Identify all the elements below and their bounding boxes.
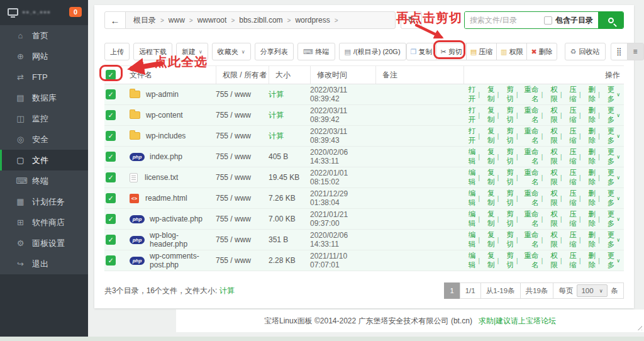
action-link[interactable]: 打开 bbox=[464, 126, 475, 145]
action-link[interactable]: 剪切 bbox=[501, 189, 513, 208]
action-link[interactable]: 删除 bbox=[584, 168, 596, 187]
action-link[interactable]: 重命名 bbox=[520, 126, 538, 145]
breadcrumb-item-4[interactable]: wordpress bbox=[295, 16, 330, 25]
row-checkbox[interactable]: ✓ bbox=[106, 89, 116, 99]
action-link[interactable]: 剪切 bbox=[501, 230, 513, 249]
action-link[interactable]: 删除 bbox=[584, 189, 596, 208]
row-checkbox[interactable]: ✓ bbox=[106, 235, 116, 245]
action-link[interactable]: 更多 bbox=[602, 230, 614, 249]
table-row[interactable]: ✓ wp-content 755 / www 计算 2022/03/11 08:… bbox=[104, 105, 624, 126]
pagination-button-2[interactable]: 从1-19条 bbox=[480, 282, 521, 299]
sidebar-item-monitor[interactable]: ◫ 监控 bbox=[0, 108, 88, 129]
row-checkbox[interactable]: ✓ bbox=[106, 193, 116, 203]
action-link[interactable]: 复制 bbox=[482, 106, 494, 125]
file-name[interactable]: wp-activate.php bbox=[150, 215, 203, 223]
toolbar-perms-button[interactable]: ▥权限 bbox=[496, 43, 527, 60]
file-size[interactable]: 计算 bbox=[269, 105, 310, 125]
file-name[interactable]: license.txt bbox=[145, 173, 178, 182]
action-link[interactable]: 压缩 bbox=[564, 106, 576, 125]
action-link[interactable]: 复制 bbox=[482, 85, 494, 104]
toolbar-disk-root-button[interactable]: ▤/(根目录) (20G) bbox=[339, 43, 406, 60]
breadcrumb-item-0[interactable]: 根目录 bbox=[133, 15, 156, 26]
table-row[interactable]: ✓ phpwp-blog-header.php 755 / www 351 B … bbox=[104, 230, 624, 250]
notification-badge[interactable]: 0 bbox=[69, 7, 82, 17]
action-link[interactable]: 复制 bbox=[482, 189, 494, 208]
action-link[interactable]: 更多 bbox=[602, 189, 614, 208]
action-link[interactable]: 重命名 bbox=[520, 210, 538, 228]
toolbar-favorites-button[interactable]: 收藏夹∨ bbox=[212, 43, 251, 60]
action-link[interactable]: 重命名 bbox=[520, 251, 538, 270]
row-checkbox[interactable]: ✓ bbox=[106, 172, 116, 182]
action-link[interactable]: 重命名 bbox=[520, 230, 538, 249]
action-link[interactable]: 压缩 bbox=[564, 189, 576, 208]
action-link[interactable]: 剪切 bbox=[501, 106, 513, 125]
action-link[interactable]: 编辑 bbox=[464, 147, 475, 166]
row-checkbox[interactable]: ✓ bbox=[106, 214, 116, 224]
breadcrumb-item-3[interactable]: bbs.zibll.com bbox=[239, 16, 282, 25]
action-link[interactable]: 重命名 bbox=[520, 189, 538, 208]
pagination-button-3[interactable]: 共19条 bbox=[520, 282, 554, 299]
footer-forum-link[interactable]: 求助|建议请上宝塔论坛 bbox=[479, 316, 556, 327]
action-link[interactable]: 编辑 bbox=[464, 210, 475, 228]
action-link[interactable]: 更多 bbox=[602, 168, 614, 187]
subdir-checkbox[interactable] bbox=[544, 16, 552, 25]
action-link[interactable]: 压缩 bbox=[564, 251, 576, 270]
sidebar-item-security[interactable]: ◎ 安全 bbox=[0, 129, 88, 150]
header-size[interactable]: 大小 bbox=[269, 66, 310, 84]
action-link[interactable]: 权限 bbox=[545, 210, 557, 228]
list-view-button[interactable]: ≡ bbox=[627, 43, 644, 60]
action-link[interactable]: 复制 bbox=[482, 251, 494, 270]
action-link[interactable]: 剪切 bbox=[501, 85, 513, 104]
sidebar-item-ftp[interactable]: ⇄ FTP bbox=[0, 67, 88, 87]
action-link[interactable]: 重命名 bbox=[520, 168, 538, 187]
sidebar-item-database[interactable]: ▤ 数据库 bbox=[0, 87, 88, 108]
action-link[interactable]: 权限 bbox=[545, 251, 557, 270]
action-link[interactable]: 权限 bbox=[545, 168, 557, 187]
toolbar-cut-button[interactable]: ✂剪切 bbox=[436, 43, 466, 60]
action-link[interactable]: 删除 bbox=[584, 210, 596, 228]
table-row[interactable]: ✓ phpwp-activate.php 755 / www 7.00 KB 2… bbox=[104, 209, 624, 230]
row-checkbox[interactable]: ✓ bbox=[106, 152, 116, 162]
action-link[interactable]: 权限 bbox=[545, 189, 557, 208]
toolbar-remote-download-button[interactable]: 远程下载 bbox=[133, 43, 172, 60]
row-checkbox[interactable]: ✓ bbox=[106, 131, 116, 141]
action-link[interactable]: 打开 bbox=[464, 106, 475, 125]
action-link[interactable]: 删除 bbox=[584, 85, 596, 104]
sidebar-item-files[interactable]: ▢ 文件 bbox=[0, 150, 88, 170]
action-link[interactable]: 删除 bbox=[584, 251, 596, 270]
include-subdir-option[interactable]: 包含子目录 bbox=[539, 15, 598, 26]
action-link[interactable]: 编辑 bbox=[464, 168, 475, 187]
action-link[interactable]: 删除 bbox=[584, 106, 596, 125]
pagination-button-1[interactable]: 1/1 bbox=[460, 282, 481, 299]
row-checkbox[interactable]: ✓ bbox=[106, 255, 116, 266]
action-link[interactable]: 权限 bbox=[545, 85, 557, 104]
action-link[interactable]: 权限 bbox=[545, 230, 557, 249]
toolbar-delete-button[interactable]: ✖删除 bbox=[526, 43, 557, 60]
action-link[interactable]: 删除 bbox=[584, 230, 596, 249]
action-link[interactable]: 更多 bbox=[602, 126, 614, 145]
table-row[interactable]: ✓ license.txt 755 / www 19.45 KB 2022/01… bbox=[104, 167, 624, 188]
sidebar-item-terminal[interactable]: ⌨ 终端 bbox=[0, 170, 88, 191]
action-link[interactable]: 剪切 bbox=[501, 168, 513, 187]
action-link[interactable]: 复制 bbox=[482, 210, 494, 228]
toolbar-copy-button[interactable]: ❐复制 bbox=[406, 43, 437, 60]
file-name[interactable]: wp-admin bbox=[146, 90, 179, 99]
pagination-button-0[interactable]: 1 bbox=[444, 282, 460, 299]
action-link[interactable]: 删除 bbox=[584, 126, 596, 145]
action-link[interactable]: 编辑 bbox=[464, 189, 475, 208]
search-button[interactable] bbox=[598, 11, 623, 29]
back-button[interactable]: ← bbox=[104, 11, 126, 29]
table-row[interactable]: ✓ <>readme.html 755 / www 7.26 KB 2021/1… bbox=[104, 188, 624, 209]
refresh-button[interactable]: ↻ bbox=[401, 11, 422, 29]
sidebar-item-panel-settings[interactable]: ⚙ 面板设置 bbox=[0, 233, 88, 254]
toolbar-terminal-button[interactable]: ⌨终端 bbox=[297, 43, 335, 60]
action-link[interactable]: 更多 bbox=[602, 251, 614, 270]
file-name[interactable]: wp-comments-post.php bbox=[150, 252, 216, 269]
action-link[interactable]: 压缩 bbox=[564, 85, 576, 104]
action-link[interactable]: 权限 bbox=[545, 126, 557, 145]
action-link[interactable]: 压缩 bbox=[564, 126, 576, 145]
file-size[interactable]: 计算 bbox=[269, 84, 310, 104]
action-link[interactable]: 复制 bbox=[482, 168, 494, 187]
action-link[interactable]: 编辑 bbox=[464, 251, 475, 270]
action-link[interactable]: 打开 bbox=[464, 85, 475, 104]
